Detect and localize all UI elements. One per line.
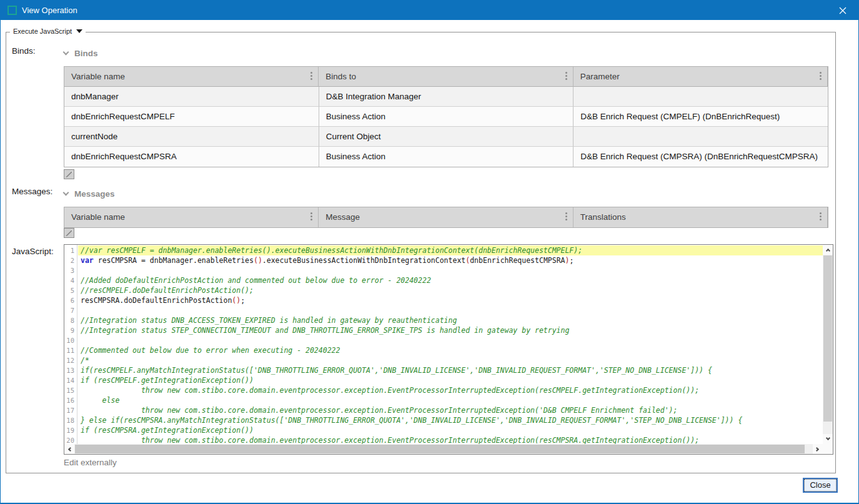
code-line[interactable] (78, 335, 823, 345)
column-header-binds-to[interactable]: Binds to (319, 67, 573, 87)
operation-type-label: Execute JavaScript (13, 27, 72, 35)
table-row[interactable]: currentNodeCurrent Object (64, 127, 828, 147)
horizontal-scroll-thumb[interactable] (75, 445, 805, 453)
code-line[interactable]: //Integration status DNB_ACCESS_TOKEN_EX… (78, 315, 823, 325)
scroll-right-button[interactable] (813, 444, 823, 454)
kebab-dots-icon[interactable] (820, 215, 822, 217)
code-line[interactable]: //var resCMPELF = dnbManager.enableRetri… (78, 245, 823, 255)
line-number: 6 (64, 295, 77, 305)
binds-section-header[interactable]: Binds (64, 49, 98, 58)
code-token: () (254, 256, 262, 265)
line-number: 3 (64, 265, 77, 275)
code-line[interactable]: if(resCMPELF.anyMatchIntegrationStatus([… (78, 365, 823, 375)
code-line[interactable]: //Commented out below due to error when … (78, 345, 823, 355)
code-token: dnbEnrichRequestCMPSRA (470, 256, 565, 265)
vertical-scroll-thumb[interactable] (823, 255, 832, 422)
chevron-left-icon (68, 447, 72, 451)
code-token: var (81, 256, 94, 265)
line-number: 1 (64, 245, 77, 255)
column-header-variable-name[interactable]: Variable name (64, 207, 319, 227)
table-header-row: Variable nameBinds toParameter (64, 67, 828, 87)
column-header-parameter[interactable]: Parameter (573, 67, 828, 87)
code-line[interactable]: throw new com.stibo.core.domain.eventpro… (78, 385, 823, 395)
code-token: throw new com.stibo.core.domain.eventpro… (81, 436, 699, 444)
scroll-left-button[interactable] (64, 444, 74, 454)
code-token: if(resCMPELF.anyMatchIntegrationStatus([… (81, 366, 712, 375)
editor-code[interactable]: //var resCMPELF = dnbManager.enableRetri… (78, 245, 823, 444)
messages-section-header[interactable]: Messages (64, 189, 115, 199)
kebab-dots-icon[interactable] (310, 215, 312, 217)
code-token: //Commented out below due to error when … (81, 346, 340, 355)
column-header-label: Binds to (325, 72, 356, 81)
javascript-editor[interactable]: 1234567891011121314151617181920 //var re… (64, 244, 833, 455)
code-token: else (81, 396, 119, 405)
code-line[interactable]: } else if(resCMPSRA.anyMatchIntegrationS… (78, 415, 823, 425)
code-token: if (resCMPELF.getIntegrationException()) (81, 376, 254, 385)
vertical-scrollbar[interactable] (823, 245, 833, 444)
close-button-label: Close (804, 479, 837, 492)
code-line[interactable]: //Added doDefaultEnrichPostAction and co… (78, 275, 823, 285)
code-line[interactable]: /* (78, 355, 823, 365)
code-line[interactable]: else (78, 395, 823, 405)
table-cell (573, 87, 828, 107)
operation-type-selector[interactable]: Execute JavaScript (10, 27, 86, 35)
line-number: 11 (64, 345, 77, 355)
table-cell: dnbEnrichRequestCMPELF (64, 107, 319, 127)
line-number: 5 (64, 285, 77, 295)
code-line[interactable]: if (resCMPELF.getIntegrationException()) (78, 375, 823, 385)
code-token: } else if(resCMPSRA.anyMatchIntegrationS… (81, 416, 742, 425)
code-line[interactable]: if (resCMPSRA.getIntegrationException()) (78, 425, 823, 435)
column-header-label: Variable name (71, 72, 125, 81)
kebab-dots-icon[interactable] (565, 215, 567, 217)
view-operation-dialog: View Operation Execute JavaScript Binds:… (0, 0, 859, 504)
javascript-label: JavaScript: (12, 247, 54, 256)
table-cell: D&B Enrich Request (CMPSRA) (DnBEnrichRe… (573, 147, 828, 167)
chevron-down-triangle-icon[interactable] (76, 29, 82, 33)
code-line[interactable]: throw new com.stibo.core.domain.eventpro… (78, 405, 823, 415)
editor-gutter: 1234567891011121314151617181920 (64, 245, 77, 444)
code-line[interactable]: resCMPSRA.doDefaultEnrichPostAction(); (78, 295, 823, 305)
close-button[interactable]: Close (803, 478, 838, 493)
line-number: 16 (64, 395, 77, 405)
diagonal-edit-icon[interactable] (64, 228, 74, 238)
window-close-button[interactable] (832, 1, 853, 20)
line-number: 15 (64, 385, 77, 395)
column-header-variable-name[interactable]: Variable name (64, 67, 319, 87)
code-line[interactable]: var resCMPSRA = dnbManager.enableRetries… (78, 255, 823, 265)
code-line[interactable] (78, 305, 823, 315)
code-token: resCMPSRA = dnbManager.enableRetries (94, 256, 254, 265)
line-number: 12 (64, 355, 77, 365)
table-row[interactable]: dnbEnrichRequestCMPELFBusiness ActionD&B… (64, 107, 828, 127)
column-header-label: Parameter (580, 72, 620, 81)
scroll-up-button[interactable] (823, 245, 833, 255)
titlebar[interactable]: View Operation (1, 1, 858, 20)
kebab-dots-icon[interactable] (565, 75, 567, 77)
code-line[interactable]: //Integration status STEP_CONNECTION_TIM… (78, 325, 823, 335)
scrollbar-corner (823, 444, 833, 454)
kebab-dots-icon[interactable] (310, 75, 312, 77)
edit-externally-link[interactable]: Edit externally (64, 458, 117, 467)
code-token: /* (81, 356, 89, 365)
code-token: .executeBusinessActionWithDnbIntegration… (262, 256, 465, 265)
table-cell: Business Action (319, 107, 574, 127)
line-number: 10 (64, 335, 77, 345)
diagonal-edit-icon[interactable] (64, 169, 74, 179)
table-row[interactable]: dnbEnrichRequestCMPSRABusiness ActionD&B… (64, 147, 828, 167)
code-line[interactable] (78, 265, 823, 275)
code-line[interactable]: //resCMPELF.doDefaultEnrichPostAction(); (78, 285, 823, 295)
chevron-right-icon (815, 447, 819, 451)
messages-table: Variable nameMessageTranslations (64, 207, 828, 228)
horizontal-scrollbar[interactable] (64, 444, 823, 454)
column-header-label: Translations (580, 212, 626, 222)
code-token: () (232, 296, 241, 305)
close-icon (839, 7, 847, 14)
scroll-down-button[interactable] (823, 434, 833, 444)
kebab-dots-icon[interactable] (820, 75, 822, 77)
code-line[interactable]: throw new com.stibo.core.domain.eventpro… (78, 435, 823, 444)
column-header-translations[interactable]: Translations (573, 207, 828, 227)
line-number: 19 (64, 425, 77, 435)
column-header-message[interactable]: Message (319, 207, 573, 227)
column-header-label: Message (325, 212, 360, 222)
table-row[interactable]: dnbManagerD&B Integration Manager (64, 87, 828, 107)
line-number: 8 (64, 315, 77, 325)
